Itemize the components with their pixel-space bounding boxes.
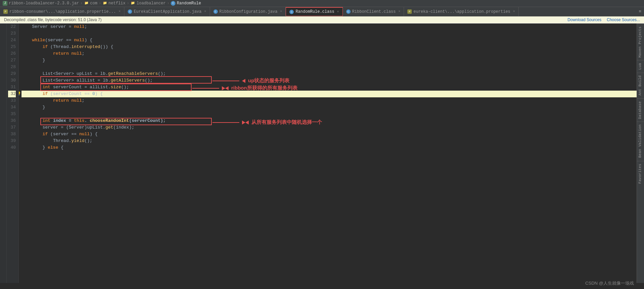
gutter-line-24 [0, 37, 6, 44]
tab-close-3[interactable]: × [280, 10, 282, 13]
code-line-34: } [22, 104, 637, 111]
tab-eureka-client-application[interactable]: C EurekaClientApplication.java × [124, 7, 210, 16]
line-num-26: 26 [8, 50, 16, 57]
right-sidebar: Maven Projects Lua Ant Build Database Be… [637, 23, 644, 283]
line-num-24: 24 [8, 37, 16, 44]
breadcrumb-netflix[interactable]: netflix [109, 1, 125, 6]
code-editor[interactable]: Server server = null; while(server == nu… [19, 23, 637, 283]
line-num-22: 22 [8, 23, 16, 30]
code-line-24: while(server == null) { [22, 37, 637, 44]
hint-icon: 💡 [19, 91, 21, 97]
gutter-line-22 [0, 23, 6, 30]
watermark: CSDN @人生就像一场戏 [585, 280, 634, 283]
code-line-40: } else { [22, 144, 637, 151]
line-num-38: 38 [8, 131, 16, 138]
tab-ribbon-configuration[interactable]: C RibbonConfiguration.java × [210, 7, 286, 16]
code-line-27: } [22, 57, 637, 64]
breadcrumb-loadbalancer[interactable]: loadbalancer [136, 1, 165, 6]
tab-close-5[interactable]: × [398, 10, 400, 13]
line-num-33: 33 [8, 97, 16, 104]
gutter-line-40 [0, 144, 6, 151]
code-line-30: List<Server> allList = lb.getAllServers(… [22, 77, 637, 84]
code-line-38: if (server == null) { [22, 131, 637, 138]
class-icon-bc: C [171, 1, 175, 6]
tab-close-2[interactable]: × [204, 10, 206, 13]
line-num-25: 25 [8, 44, 16, 50]
breadcrumb-bar: J ribbon-loadbalancer-2.3.0.jar › 📁 com … [0, 0, 644, 7]
line-num-29: 29 [8, 70, 16, 77]
code-line-31: int serverCount = allList.size(); [22, 84, 637, 91]
gutter-line-31 [0, 84, 6, 91]
tab-ribbon-client[interactable]: C RibbonClient.class × [343, 7, 404, 16]
class-icon-4: C [346, 9, 351, 14]
info-actions: Download Sources Choose Sources... [568, 17, 640, 22]
line-num-30: 30 [8, 77, 16, 84]
sidebar-tab-favorites[interactable]: Favorites [637, 161, 644, 186]
gutter-line-28 [0, 64, 6, 70]
line-num-39: 39 [8, 138, 16, 144]
prop-icon-1: P [3, 9, 8, 14]
gutter-line-25 [0, 44, 6, 50]
gutter-line-23 [0, 30, 6, 37]
gutter-line-39 [0, 138, 6, 144]
code-line-33: return null; [22, 97, 637, 104]
breadcrumb-randomrule[interactable]: RandomRule [177, 1, 201, 6]
editor-gutter [0, 23, 7, 283]
jar-icon: J [3, 1, 7, 6]
line-num-31: 31 [8, 84, 16, 91]
code-line-26: return null; [22, 50, 637, 57]
tab-eureka-properties[interactable]: P eureka-client\...\application.properti… [404, 7, 519, 16]
sidebar-tab-lua[interactable]: Lua [637, 60, 644, 73]
gutter-line-30 [0, 77, 6, 84]
class-icon-1: C [128, 9, 132, 14]
line-num-34: 34 [8, 104, 16, 111]
code-line-35 [22, 111, 637, 117]
code-line-23 [22, 30, 637, 37]
gutter-line-36 [0, 117, 6, 124]
tab-close-1[interactable]: × [119, 10, 121, 13]
gutter-line-38 [0, 131, 6, 138]
line-num-40: 40 [8, 144, 16, 151]
tab-random-rule[interactable]: C RandomRule.class × [286, 7, 343, 16]
tab-ribbon-consumer-properties[interactable]: P ribbon-consumer\...\application.proper… [0, 7, 124, 16]
folder-icon-3: 📁 [130, 1, 135, 6]
gutter-line-37 [0, 124, 6, 131]
breadcrumb-jar[interactable]: ribbon-loadbalancer-2.3.0.jar [9, 1, 79, 6]
code-line-36: int index = this. chooseRandomInt(server… [22, 117, 637, 124]
code-line-22: Server server = null; [22, 23, 637, 30]
choose-sources-link[interactable]: Choose Sources... [607, 17, 640, 22]
breadcrumb-com[interactable]: com [90, 1, 97, 6]
sidebar-tab-maven[interactable]: Maven Projects [637, 23, 644, 60]
line-num-28: 28 [8, 64, 16, 70]
code-line-28 [22, 64, 637, 70]
line-numbers: 22 23 24 25 26 27 28 29 30 31 32 33 34 3… [7, 23, 19, 283]
code-line-37: server = (Server)upList.get(index); [22, 124, 637, 131]
code-line-32: 💡 if (serverCount == 0) { [22, 91, 637, 97]
line-num-32: 32 [8, 91, 16, 97]
class-icon-2: C [213, 9, 218, 14]
tab-close-6[interactable]: × [513, 10, 515, 13]
line-num-37: 37 [8, 124, 16, 131]
prop-icon-2: P [407, 9, 412, 14]
class-icon-3: C [289, 10, 294, 14]
editor-container: 22 23 24 25 26 27 28 29 30 31 32 33 34 3… [0, 23, 644, 283]
line-num-36: 36 [8, 117, 16, 124]
folder-icon: 📁 [84, 1, 89, 6]
code-line-29: List<Server> upList = lb.getReachableSer… [22, 70, 637, 77]
gutter-line-26 [0, 50, 6, 57]
line-num-35: 35 [8, 111, 16, 117]
line-num-27: 27 [8, 57, 16, 64]
sidebar-tab-database[interactable]: Database [637, 98, 644, 122]
gutter-line-32 [0, 91, 6, 97]
gutter-line-33 [0, 97, 6, 104]
tab-close-4[interactable]: × [337, 10, 339, 14]
gutter-line-27 [0, 57, 6, 64]
sidebar-tab-ant[interactable]: Ant Build [637, 73, 644, 98]
tabs-overflow-button[interactable]: ≡ [636, 7, 644, 16]
sidebar-tab-bean[interactable]: Bean Validation [637, 122, 644, 160]
code-line-25: if (Thread.interrupted()) { [22, 44, 637, 50]
tabs-bar: P ribbon-consumer\...\application.proper… [0, 7, 644, 16]
info-bar: Decompiled .class file, bytecode version… [0, 16, 644, 23]
gutter-line-34 [0, 104, 6, 111]
download-sources-link[interactable]: Download Sources [568, 17, 602, 22]
